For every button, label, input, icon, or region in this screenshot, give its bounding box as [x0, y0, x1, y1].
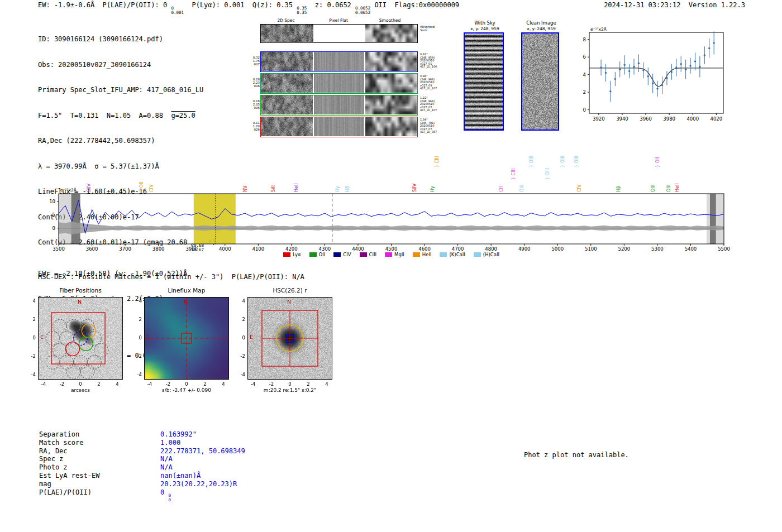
axis-tick-label: 4: [23, 298, 36, 304]
fiber-weight-label: 0.321.76007: [248, 56, 260, 66]
svg-text:e⁻¹⁷x2Å: e⁻¹⁷x2Å: [60, 188, 77, 193]
spec2d-row: 0.282.230060.88"(248, 968)20200510v027_0…: [260, 73, 418, 94]
axis-tick-label: 0: [23, 335, 36, 341]
axis-tick-label: 4: [322, 381, 332, 387]
svg-text:} OIII: } OIII: [545, 168, 550, 180]
svg-text:4300: 4300: [319, 246, 331, 252]
info-obs: Obs: 20200510v027_3090166124: [38, 61, 216, 69]
svg-text:4400: 4400: [352, 246, 364, 252]
axis-tick-label: -2: [233, 353, 245, 359]
weighted-sum-row: [260, 24, 418, 43]
axis-tick-label: -4: [145, 381, 155, 387]
axis-tick-label: 4: [218, 381, 228, 387]
axis-tick-label: 4: [130, 298, 142, 304]
spec2d-image: [261, 74, 313, 93]
match-field-label: Est LyA rest-EW: [39, 472, 160, 480]
weighted-2dspec-image: [261, 25, 313, 42]
axis-tick-label: -4: [130, 372, 142, 377]
axis-tick-label: 2: [23, 317, 36, 322]
svg-text:4200: 4200: [285, 246, 298, 252]
info-radec: RA,Dec (222.778442,50.698357): [38, 137, 216, 145]
weighted-smoothed-image: [365, 25, 417, 42]
fiber-weight-label: 0.282.23006: [248, 78, 260, 88]
withsky-image: [465, 33, 503, 130]
fiber-positions-title: Fiber Positions: [27, 287, 134, 294]
spec2d-image: [261, 117, 313, 136]
svg-text:8: 8: [583, 37, 586, 42]
svg-text:} CIII: } CIII: [511, 169, 516, 180]
svg-text:0: 0: [583, 107, 586, 113]
svg-text:e⁻¹⁷x2Å: e⁻¹⁷x2Å: [590, 27, 607, 32]
table-row: mag20.23(20.22,20.23)R: [39, 480, 245, 488]
legend-item: CIV: [333, 252, 351, 257]
svg-text:2: 2: [583, 89, 586, 95]
compass-north: N: [184, 299, 188, 305]
match-field-label: Separation: [39, 430, 160, 439]
axis-tick-label: -4: [233, 372, 245, 377]
fiber-detail-label: 1.34"(245, 791)20200510v027_07417_LU_087: [420, 118, 446, 134]
axis-tick-label: -4: [39, 381, 49, 387]
svg-text:5400: 5400: [685, 246, 697, 252]
svg-text:OIII: OIII: [519, 185, 524, 192]
axis-tick-label: 4: [112, 381, 122, 387]
legend-swatch: [333, 252, 341, 257]
hsc-cutout-title: HSC(26.2) r: [236, 287, 344, 294]
svg-text:5300: 5300: [651, 246, 664, 252]
match-field-value: nan(±nan)Å: [160, 472, 201, 480]
svg-text:SiIV: SiIV: [412, 183, 417, 192]
svg-text:5000: 5000: [551, 246, 564, 252]
table-row: Photo zN/A: [39, 463, 245, 472]
svg-text:CIV: CIV: [577, 184, 582, 192]
legend-swatch: [413, 252, 420, 257]
match-field-value: 0 00: [160, 488, 171, 503]
svg-text:4: 4: [583, 72, 586, 78]
legend-label: (K)CaII: [449, 252, 465, 257]
legend-swatch: [385, 252, 392, 257]
hsc-cutout-xlabel: m:20.2 re:1.5" s:0.2": [236, 387, 344, 393]
svg-text:5: 5: [53, 212, 55, 218]
plya-qz-summary: P(Lyα): 0.001 Q(z): 0.35: [184, 1, 297, 9]
fiber-detail-label: 1.22"(248, 968)20200510v027_07417_LU_107: [420, 97, 446, 112]
legend-swatch: [474, 252, 481, 257]
smoothed-image: [365, 95, 417, 114]
clean-image: [522, 33, 558, 130]
compass-east: E: [250, 334, 253, 340]
svg-text:4800: 4800: [485, 246, 497, 252]
fiber-detail-label: 0.63"(248, 959)20200510v027_01417_LU_106: [420, 53, 446, 69]
svg-text:5200: 5200: [618, 246, 631, 252]
fiber-positions-panel: Fiber Positions arcsecs -4-4-2-2002244NE: [38, 297, 123, 380]
legend-label: (H)CaII: [483, 252, 499, 257]
plae-limits: 00.001: [171, 6, 184, 16]
spectrum-legend: LyαOIICIVCIIIMgIIHeII(K)CaII(H)CaII: [59, 252, 724, 257]
svg-text:3700: 3700: [119, 246, 131, 252]
match-field-label: Match score: [39, 439, 160, 447]
legend-item: OII: [309, 252, 326, 257]
axis-tick-label: -2: [266, 381, 276, 387]
axis-tick-label: 0: [130, 335, 142, 341]
legend-swatch: [283, 252, 290, 257]
match-field-label: Spec z: [39, 455, 160, 463]
svg-text:CII: CII: [499, 186, 504, 192]
svg-text:} OIII: } OIII: [529, 156, 534, 167]
svg-text:4600: 4600: [418, 246, 431, 252]
table-row: Est LyA rest-EWnan(±nan)Å: [39, 472, 245, 480]
match-field-value: N/A: [160, 463, 173, 472]
svg-text:5500: 5500: [718, 246, 730, 252]
legend-item: MgII: [385, 252, 404, 257]
fiber-detail-label: 0.88"(248, 968)20200510v027_03417_LU_107: [420, 75, 446, 90]
lineflux-map-overlay: [144, 297, 229, 380]
match-field-value: N/A: [160, 455, 173, 463]
svg-text:4700: 4700: [452, 246, 464, 252]
compass-east: E: [146, 334, 150, 340]
line-fit-plot: 39203940396039804000402002468e⁻¹⁷x2Å: [575, 25, 737, 127]
spec2d-row: 0.321.760070.63"(248, 959)20200510v027_0…: [260, 51, 418, 72]
match-field-label: P(LAE)/P(OII): [39, 488, 160, 503]
col-title-2dspec: 2D Spec: [264, 18, 308, 23]
info-primary-amp: Primary Spec_Slot_IFU_AMP: 417_068_016_L…: [38, 86, 216, 94]
svg-text:} OII: } OII: [655, 157, 660, 167]
hsc-cutout-panel: HSC(26.2) r m:20.2 re:1.5" s:0.2" -4-4-2…: [247, 297, 332, 380]
match-field-value: 222.778371, 50.698349: [160, 447, 245, 456]
lineflux-map-xlabel: s/b: -2.47 +/- 0.090: [133, 387, 240, 393]
axis-tick-label: -4: [23, 372, 36, 377]
weighted-sum-label: Weighted Sum: [420, 25, 435, 32]
